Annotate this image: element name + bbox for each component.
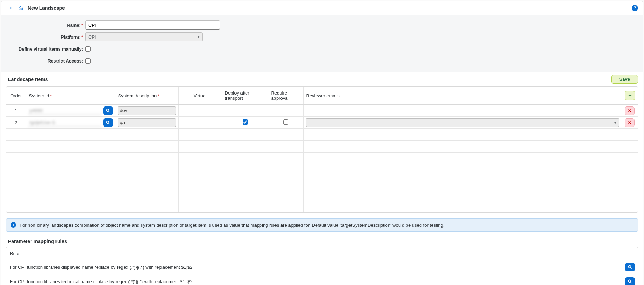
table-row-empty xyxy=(6,176,638,188)
name-label: Name:* xyxy=(8,22,85,28)
add-row-button[interactable] xyxy=(625,91,635,100)
col-approve: Require approval xyxy=(268,87,303,105)
system-id-input[interactable] xyxy=(28,107,101,115)
table-row-empty xyxy=(6,188,638,200)
svg-line-11 xyxy=(630,267,631,268)
name-input[interactable] xyxy=(85,20,220,30)
delete-row-button[interactable] xyxy=(625,106,635,115)
info-text: For non binary landscapes combination of… xyxy=(20,222,444,228)
rule-lookup-button[interactable] xyxy=(625,263,635,271)
platform-select[interactable] xyxy=(85,32,203,41)
delete-row-button[interactable] xyxy=(625,118,635,127)
col-rule: Rule xyxy=(6,247,622,260)
svg-line-3 xyxy=(108,111,109,112)
rule-text: For CPI function libraries displayed nam… xyxy=(6,260,622,274)
restrict-access-label: Restrict Access: xyxy=(8,58,85,64)
svg-point-10 xyxy=(628,265,631,268)
table-row-empty xyxy=(6,141,638,153)
svg-line-13 xyxy=(630,282,631,283)
chevron-down-icon: ▾ xyxy=(614,121,616,125)
define-manually-checkbox[interactable] xyxy=(85,46,91,52)
table-row-empty xyxy=(6,164,638,176)
table-row-empty xyxy=(6,129,638,141)
define-manually-label: Define virtual items manually: xyxy=(8,46,85,52)
col-system-id: System Id* xyxy=(26,87,115,105)
parameter-mapping-title: Parameter mapping rules xyxy=(1,236,643,247)
order-value[interactable]: 2 xyxy=(9,119,23,126)
col-order: Order xyxy=(6,87,26,105)
page-title: New Landscape xyxy=(28,5,65,11)
save-button[interactable]: Save xyxy=(611,75,638,84)
order-value[interactable]: 1 xyxy=(9,107,23,114)
table-row-empty xyxy=(6,200,638,212)
system-id-input[interactable] xyxy=(28,119,101,127)
rule-row: For CPI function libraries displayed nam… xyxy=(6,260,638,274)
table-row: 2 ▾ xyxy=(6,117,638,129)
platform-label: Platform:* xyxy=(8,34,85,40)
approve-checkbox[interactable] xyxy=(283,119,288,125)
rule-row: For CPI function libraries technical nam… xyxy=(6,274,638,285)
back-button[interactable] xyxy=(6,3,16,13)
table-row: 1 xyxy=(6,105,638,117)
col-system-desc: System description* xyxy=(115,87,178,105)
col-deploy: Deploy after transport xyxy=(222,87,268,105)
help-icon[interactable]: ? xyxy=(632,5,638,11)
svg-point-12 xyxy=(628,280,631,282)
restrict-access-checkbox[interactable] xyxy=(85,58,91,64)
table-row-empty xyxy=(6,153,638,164)
svg-point-6 xyxy=(106,121,109,123)
lookup-button[interactable] xyxy=(103,118,113,127)
rule-text: For CPI function libraries technical nam… xyxy=(6,274,622,285)
info-icon: i xyxy=(11,222,16,228)
svg-point-2 xyxy=(106,109,109,111)
lookup-button[interactable] xyxy=(103,106,113,115)
info-message: i For non binary landscapes combination … xyxy=(6,218,638,232)
col-add xyxy=(622,87,638,105)
rule-lookup-button[interactable] xyxy=(625,277,635,285)
deploy-checkbox[interactable] xyxy=(243,119,248,125)
landscape-items-title: Landscape Items xyxy=(8,77,48,82)
col-virtual: Virtual xyxy=(178,87,222,105)
svg-line-7 xyxy=(108,123,109,124)
home-button[interactable] xyxy=(16,3,26,13)
system-desc-input[interactable] xyxy=(118,106,176,115)
reviewer-select[interactable]: ▾ xyxy=(306,118,619,127)
col-reviewer: Reviewer emails xyxy=(303,87,622,105)
system-desc-input[interactable] xyxy=(118,118,176,127)
